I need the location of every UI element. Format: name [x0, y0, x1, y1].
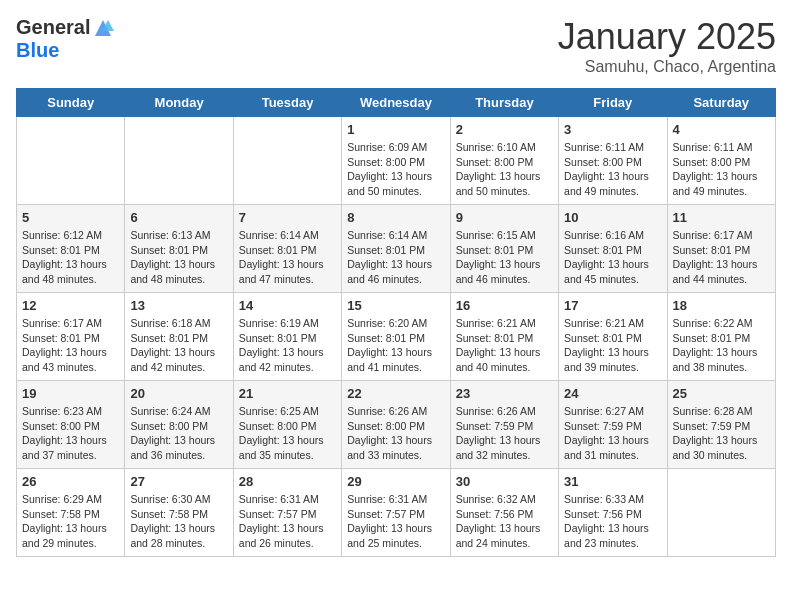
calendar-cell: 20Sunrise: 6:24 AM Sunset: 8:00 PM Dayli… [125, 381, 233, 469]
calendar-cell: 23Sunrise: 6:26 AM Sunset: 7:59 PM Dayli… [450, 381, 558, 469]
day-detail: Sunrise: 6:19 AM Sunset: 8:01 PM Dayligh… [239, 316, 336, 375]
day-number: 9 [456, 210, 553, 225]
day-header-saturday: Saturday [667, 89, 775, 117]
calendar-cell: 31Sunrise: 6:33 AM Sunset: 7:56 PM Dayli… [559, 469, 667, 557]
calendar-cell: 24Sunrise: 6:27 AM Sunset: 7:59 PM Dayli… [559, 381, 667, 469]
week-row-3: 12Sunrise: 6:17 AM Sunset: 8:01 PM Dayli… [17, 293, 776, 381]
day-detail: Sunrise: 6:21 AM Sunset: 8:01 PM Dayligh… [564, 316, 661, 375]
day-number: 14 [239, 298, 336, 313]
calendar-cell: 26Sunrise: 6:29 AM Sunset: 7:58 PM Dayli… [17, 469, 125, 557]
day-number: 28 [239, 474, 336, 489]
day-number: 8 [347, 210, 444, 225]
day-detail: Sunrise: 6:29 AM Sunset: 7:58 PM Dayligh… [22, 492, 119, 551]
day-detail: Sunrise: 6:17 AM Sunset: 8:01 PM Dayligh… [673, 228, 770, 287]
calendar-cell: 28Sunrise: 6:31 AM Sunset: 7:57 PM Dayli… [233, 469, 341, 557]
day-number: 11 [673, 210, 770, 225]
day-detail: Sunrise: 6:20 AM Sunset: 8:01 PM Dayligh… [347, 316, 444, 375]
day-detail: Sunrise: 6:26 AM Sunset: 8:00 PM Dayligh… [347, 404, 444, 463]
calendar-table: SundayMondayTuesdayWednesdayThursdayFrid… [16, 88, 776, 557]
calendar-cell: 16Sunrise: 6:21 AM Sunset: 8:01 PM Dayli… [450, 293, 558, 381]
day-detail: Sunrise: 6:22 AM Sunset: 8:01 PM Dayligh… [673, 316, 770, 375]
calendar-cell: 19Sunrise: 6:23 AM Sunset: 8:00 PM Dayli… [17, 381, 125, 469]
day-detail: Sunrise: 6:14 AM Sunset: 8:01 PM Dayligh… [239, 228, 336, 287]
day-number: 3 [564, 122, 661, 137]
day-detail: Sunrise: 6:14 AM Sunset: 8:01 PM Dayligh… [347, 228, 444, 287]
day-number: 10 [564, 210, 661, 225]
calendar-cell: 17Sunrise: 6:21 AM Sunset: 8:01 PM Dayli… [559, 293, 667, 381]
day-detail: Sunrise: 6:16 AM Sunset: 8:01 PM Dayligh… [564, 228, 661, 287]
calendar-cell [667, 469, 775, 557]
day-number: 13 [130, 298, 227, 313]
day-detail: Sunrise: 6:18 AM Sunset: 8:01 PM Dayligh… [130, 316, 227, 375]
day-number: 23 [456, 386, 553, 401]
calendar-cell: 11Sunrise: 6:17 AM Sunset: 8:01 PM Dayli… [667, 205, 775, 293]
day-number: 12 [22, 298, 119, 313]
day-number: 31 [564, 474, 661, 489]
calendar-cell: 14Sunrise: 6:19 AM Sunset: 8:01 PM Dayli… [233, 293, 341, 381]
day-number: 30 [456, 474, 553, 489]
day-number: 6 [130, 210, 227, 225]
calendar-cell: 9Sunrise: 6:15 AM Sunset: 8:01 PM Daylig… [450, 205, 558, 293]
calendar-cell: 10Sunrise: 6:16 AM Sunset: 8:01 PM Dayli… [559, 205, 667, 293]
week-row-5: 26Sunrise: 6:29 AM Sunset: 7:58 PM Dayli… [17, 469, 776, 557]
day-number: 4 [673, 122, 770, 137]
day-number: 18 [673, 298, 770, 313]
calendar-cell: 18Sunrise: 6:22 AM Sunset: 8:01 PM Dayli… [667, 293, 775, 381]
day-number: 29 [347, 474, 444, 489]
day-detail: Sunrise: 6:15 AM Sunset: 8:01 PM Dayligh… [456, 228, 553, 287]
day-detail: Sunrise: 6:31 AM Sunset: 7:57 PM Dayligh… [347, 492, 444, 551]
calendar-cell: 22Sunrise: 6:26 AM Sunset: 8:00 PM Dayli… [342, 381, 450, 469]
day-header-sunday: Sunday [17, 89, 125, 117]
day-detail: Sunrise: 6:26 AM Sunset: 7:59 PM Dayligh… [456, 404, 553, 463]
day-detail: Sunrise: 6:28 AM Sunset: 7:59 PM Dayligh… [673, 404, 770, 463]
calendar-cell: 13Sunrise: 6:18 AM Sunset: 8:01 PM Dayli… [125, 293, 233, 381]
title-block: January 2025 Samuhu, Chaco, Argentina [558, 16, 776, 76]
days-header-row: SundayMondayTuesdayWednesdayThursdayFrid… [17, 89, 776, 117]
calendar-cell: 12Sunrise: 6:17 AM Sunset: 8:01 PM Dayli… [17, 293, 125, 381]
day-detail: Sunrise: 6:32 AM Sunset: 7:56 PM Dayligh… [456, 492, 553, 551]
day-number: 21 [239, 386, 336, 401]
day-detail: Sunrise: 6:23 AM Sunset: 8:00 PM Dayligh… [22, 404, 119, 463]
calendar-cell: 8Sunrise: 6:14 AM Sunset: 8:01 PM Daylig… [342, 205, 450, 293]
week-row-1: 1Sunrise: 6:09 AM Sunset: 8:00 PM Daylig… [17, 117, 776, 205]
day-number: 22 [347, 386, 444, 401]
logo-blue-text: Blue [16, 39, 59, 62]
calendar-cell: 1Sunrise: 6:09 AM Sunset: 8:00 PM Daylig… [342, 117, 450, 205]
day-number: 19 [22, 386, 119, 401]
day-number: 1 [347, 122, 444, 137]
day-detail: Sunrise: 6:33 AM Sunset: 7:56 PM Dayligh… [564, 492, 661, 551]
day-number: 24 [564, 386, 661, 401]
calendar-cell [125, 117, 233, 205]
day-number: 26 [22, 474, 119, 489]
calendar-cell: 21Sunrise: 6:25 AM Sunset: 8:00 PM Dayli… [233, 381, 341, 469]
day-detail: Sunrise: 6:31 AM Sunset: 7:57 PM Dayligh… [239, 492, 336, 551]
day-detail: Sunrise: 6:27 AM Sunset: 7:59 PM Dayligh… [564, 404, 661, 463]
day-detail: Sunrise: 6:17 AM Sunset: 8:01 PM Dayligh… [22, 316, 119, 375]
calendar-cell: 29Sunrise: 6:31 AM Sunset: 7:57 PM Dayli… [342, 469, 450, 557]
day-detail: Sunrise: 6:10 AM Sunset: 8:00 PM Dayligh… [456, 140, 553, 199]
page-header: General Blue January 2025 Samuhu, Chaco,… [16, 16, 776, 76]
location-subtitle: Samuhu, Chaco, Argentina [558, 58, 776, 76]
day-detail: Sunrise: 6:11 AM Sunset: 8:00 PM Dayligh… [564, 140, 661, 199]
week-row-2: 5Sunrise: 6:12 AM Sunset: 8:01 PM Daylig… [17, 205, 776, 293]
calendar-cell: 3Sunrise: 6:11 AM Sunset: 8:00 PM Daylig… [559, 117, 667, 205]
week-row-4: 19Sunrise: 6:23 AM Sunset: 8:00 PM Dayli… [17, 381, 776, 469]
calendar-cell: 5Sunrise: 6:12 AM Sunset: 8:01 PM Daylig… [17, 205, 125, 293]
month-title: January 2025 [558, 16, 776, 58]
day-number: 17 [564, 298, 661, 313]
day-header-wednesday: Wednesday [342, 89, 450, 117]
calendar-cell: 7Sunrise: 6:14 AM Sunset: 8:01 PM Daylig… [233, 205, 341, 293]
day-number: 5 [22, 210, 119, 225]
calendar-cell: 4Sunrise: 6:11 AM Sunset: 8:00 PM Daylig… [667, 117, 775, 205]
day-header-monday: Monday [125, 89, 233, 117]
logo-icon [92, 17, 114, 39]
calendar-cell: 25Sunrise: 6:28 AM Sunset: 7:59 PM Dayli… [667, 381, 775, 469]
day-detail: Sunrise: 6:11 AM Sunset: 8:00 PM Dayligh… [673, 140, 770, 199]
day-detail: Sunrise: 6:12 AM Sunset: 8:01 PM Dayligh… [22, 228, 119, 287]
calendar-cell: 27Sunrise: 6:30 AM Sunset: 7:58 PM Dayli… [125, 469, 233, 557]
day-detail: Sunrise: 6:21 AM Sunset: 8:01 PM Dayligh… [456, 316, 553, 375]
calendar-cell: 30Sunrise: 6:32 AM Sunset: 7:56 PM Dayli… [450, 469, 558, 557]
day-detail: Sunrise: 6:30 AM Sunset: 7:58 PM Dayligh… [130, 492, 227, 551]
day-header-friday: Friday [559, 89, 667, 117]
calendar-cell: 15Sunrise: 6:20 AM Sunset: 8:01 PM Dayli… [342, 293, 450, 381]
